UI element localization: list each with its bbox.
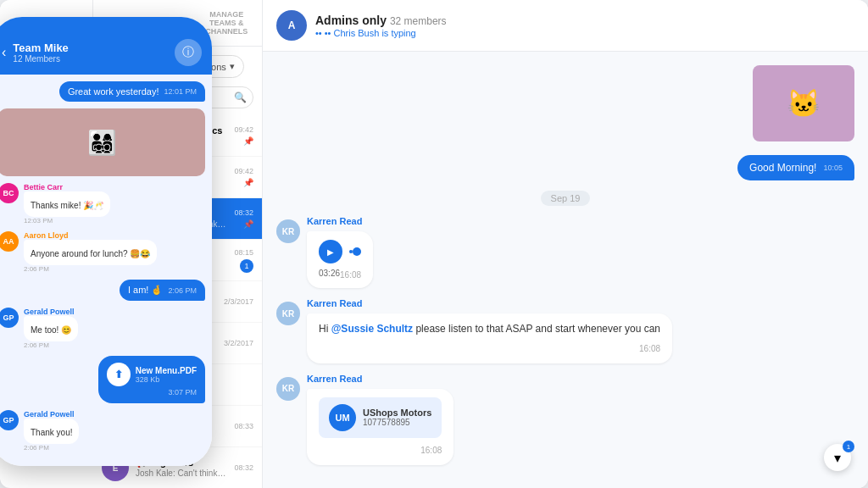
phone-header-avatar: ⓘ — [175, 39, 202, 66]
message-content: Karren Read Hi @Sussie Schultz please li… — [307, 298, 672, 363]
phone-avatar: GP — [0, 308, 19, 328]
pdf-message: ⬆ New Menu.PDF 328 Kb 3:07 PM — [98, 356, 205, 403]
phone-msg-left-4: GP Gerald Powell Thank you! 2:06 PM — [0, 410, 205, 452]
phone-overlay: ‹ Team Mike 12 Members ⓘ Great work yest… — [0, 0, 212, 488]
message-content: Karren Read ▶ 03:26 16:08 — [307, 216, 373, 288]
message-audio: KR Karren Read ▶ 03:26 — [276, 216, 373, 288]
contact-initials: UM — [329, 404, 356, 431]
phone-bubble-right: I am! 🤞 2:06 PM — [120, 280, 205, 301]
search-icon: 🔍 — [234, 92, 247, 103]
phone-status-bar — [0, 17, 212, 34]
text-card: Hi @Sussie Schultz please listen to that… — [307, 313, 672, 363]
phone-msg-right-2: I am! 🤞 2:06 PM — [0, 280, 205, 301]
scroll-badge: 1 — [843, 441, 854, 452]
phone-header: ‹ Team Mike 12 Members ⓘ — [0, 34, 212, 75]
chat-meta: 08:32 — [234, 463, 253, 472]
main-chat: A Admins only 32 members •• •• Chris Bus… — [263, 0, 868, 488]
chat-subtitle: •• •• Chris Bush is typing — [315, 28, 854, 38]
contact-details: UShops Motors 1077578895 — [363, 408, 431, 427]
phone-bubble: Me too! 😊 — [24, 316, 78, 341]
phone-msg-right-1: Great work yesterday! 12:01 PM — [0, 81, 205, 102]
info-icon: ⓘ — [182, 45, 194, 60]
phone-bubble: Anyone around for lunch? 🍔😂 — [24, 240, 157, 265]
phone-msg-left-1: BC Bettie Carr Thanks mike! 🎉🥂 12:03 PM — [0, 183, 205, 225]
sender-avatar: KR — [276, 302, 300, 325]
group-photo: 👨‍👩‍👧‍👦 — [0, 108, 205, 176]
chat-preview: Josh Kale: Can't think of any — [136, 469, 227, 478]
phone-msg-pdf: ⬆ New Menu.PDF 328 Kb 3:07 PM — [0, 356, 205, 403]
pdf-content: ⬆ New Menu.PDF 328 Kb — [107, 363, 197, 386]
phone-bubble: Thanks mike! 🎉🥂 — [24, 191, 110, 217]
phone-msg-content: Aaron Lloyd Anyone around for lunch? 🍔😂 … — [24, 231, 157, 273]
chat-meta: 3/2/2017 — [224, 339, 253, 347]
sender-avatar: KR — [276, 377, 300, 401]
phone-msg-left-2: AA Aaron Lloyd Anyone around for lunch? … — [0, 231, 205, 273]
sender-avatar: KR — [276, 219, 300, 243]
scroll-down-button[interactable]: ▾ 1 — [824, 444, 851, 471]
chat-meta: 08:15 1 — [234, 248, 253, 273]
phone-frame: ‹ Team Mike 12 Members ⓘ Great work yest… — [0, 17, 212, 466]
message-contact: KR Karren Read UM UShops Motors 10775788… — [276, 374, 453, 465]
right-message-good-morning: Good Morning! 10:05 — [276, 155, 854, 180]
chat-meta: 2/3/2017 — [224, 297, 253, 306]
header-avatar: A — [276, 10, 307, 41]
phone-avatar: AA — [0, 231, 19, 252]
back-button[interactable]: ‹ — [2, 45, 6, 60]
play-button[interactable]: ▶ — [319, 240, 342, 263]
phone-avatar: BC — [0, 183, 19, 203]
header-info: Admins only 32 members •• •• Chris Bush … — [315, 14, 854, 38]
phone-msg-left-3: GP Gerald Powell Me too! 😊 2:06 PM — [0, 308, 205, 349]
audio-progress-bar — [349, 250, 361, 253]
contact-card: UM UShops Motors 1077578895 16:08 — [307, 389, 453, 465]
phone-members-count: 12 Members — [13, 54, 168, 64]
phone-msg-content: Bettie Carr Thanks mike! 🎉🥂 12:03 PM — [24, 183, 110, 225]
audio-card: ▶ 03:26 16:08 — [307, 231, 373, 288]
audio-player: ▶ — [319, 240, 361, 263]
chat-meta: 09:42 📌 — [234, 125, 253, 146]
pdf-icon: ⬆ — [107, 363, 131, 386]
phone-bubble: Thank you! — [24, 419, 79, 444]
chevron-down-icon: ▾ — [834, 450, 841, 466]
chat-title: Admins only 32 members — [315, 14, 854, 27]
phone-avatar: GP — [0, 410, 19, 430]
chat-meta: 09:42 📌 — [234, 167, 253, 187]
phone-bubble-right: Great work yesterday! 12:01 PM — [59, 81, 205, 102]
messages-area: 🐱 Good Morning! 10:05 Sep 19 KR Karren R… — [263, 52, 868, 488]
message-text-karren: KR Karren Read Hi @Sussie Schultz please… — [276, 298, 672, 363]
phone-msg-content: Gerald Powell Thank you! 2:06 PM — [24, 410, 79, 452]
image-message: 🐱 — [276, 65, 854, 145]
chat-header: A Admins only 32 members •• •• Chris Bus… — [263, 0, 868, 52]
phone-messages: Great work yesterday! 12:01 PM 👨‍👩‍👧‍👦 B… — [0, 75, 212, 466]
message-content: Karren Read UM UShops Motors 1077578895 … — [307, 374, 453, 465]
date-divider: Sep 19 — [541, 191, 591, 206]
phone-header-info: Team Mike 12 Members — [13, 42, 168, 64]
contact-info-card: UM UShops Motors 1077578895 — [319, 397, 442, 438]
chat-meta: 08:32 📌 — [234, 208, 253, 229]
cat-image: 🐱 — [753, 65, 854, 141]
message-bubble-right: Good Morning! 10:05 — [737, 155, 854, 180]
pdf-info: New Menu.PDF 328 Kb — [136, 366, 197, 384]
chevron-down-icon: ▾ — [230, 61, 235, 72]
chat-meta: 08:33 — [234, 422, 253, 430]
phone-chat-title: Team Mike — [13, 42, 168, 54]
phone-msg-content: Gerald Powell Me too! 😊 2:06 PM — [24, 308, 78, 349]
